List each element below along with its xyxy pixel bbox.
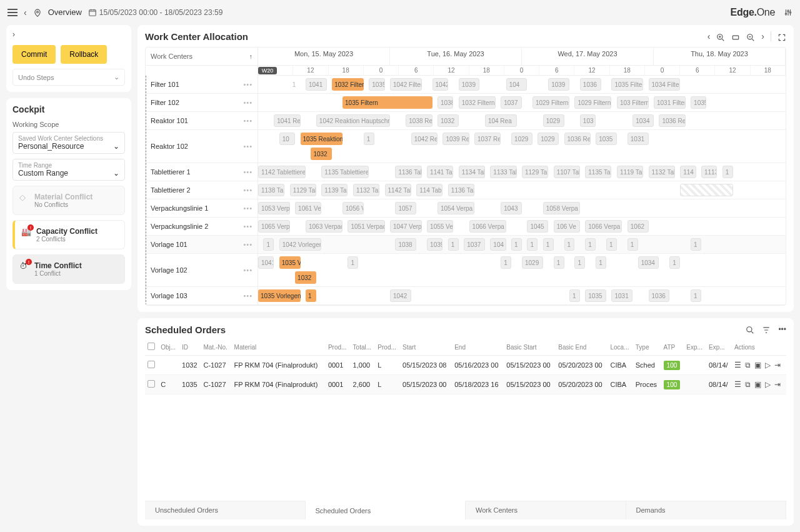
column-header[interactable]: Material (232, 339, 326, 356)
row-checkbox[interactable] (148, 380, 155, 388)
gantt-bar[interactable]: 1029 Filtern (532, 96, 569, 109)
row-checkbox[interactable] (148, 361, 155, 368)
gantt-bar[interactable]: 1 (348, 256, 358, 269)
wc-header[interactable]: Work Centers ↑ (146, 48, 258, 66)
column-header[interactable]: ATP (661, 339, 684, 356)
saved-wc-select[interactable]: Saved Work Center Selections Personal_Re… (12, 132, 125, 154)
tab-scheduled[interactable]: Scheduled Orders (306, 501, 466, 519)
work-center-cell[interactable]: Vorlage 103••• (146, 287, 258, 304)
gantt-bar[interactable]: 1051 Verpac (348, 220, 384, 233)
gantt-bar[interactable]: 1 (722, 166, 733, 178)
work-center-cell[interactable]: Filter 102••• (146, 94, 258, 111)
prev-icon[interactable]: ‹ (708, 31, 711, 41)
tab-demands[interactable]: Demands (626, 501, 787, 519)
gantt-lane[interactable]: 110411032 Filtern10351042 Filtern1042103… (258, 76, 786, 93)
gantt-bar[interactable]: 1042 (390, 289, 411, 302)
gantt-bar[interactable]: 104 (490, 238, 506, 251)
column-header[interactable]: Obj... (158, 339, 179, 356)
gantt-bar[interactable]: 1041 (258, 256, 274, 269)
column-header[interactable]: End (452, 339, 504, 356)
gantt-lane[interactable]: 1065 Verpa1063 Verpac1051 Verpac1047 Ver… (258, 218, 786, 235)
gantt-lane[interactable]: 10411035 V111029111103411032 (258, 254, 786, 286)
next-icon[interactable]: › (761, 31, 764, 41)
work-center-cell[interactable]: Reaktor 102••• (146, 130, 258, 163)
gantt-bar[interactable]: 1038 (395, 238, 416, 251)
gantt-bar[interactable]: 1029 (538, 133, 559, 145)
gantt-bar[interactable]: 1047 Verp (390, 220, 422, 233)
gantt-bar[interactable]: 1 (511, 238, 522, 251)
work-center-cell[interactable]: Reaktor 101••• (146, 112, 258, 129)
gantt-bar[interactable]: 1 (263, 238, 274, 251)
gantt-bar[interactable]: 1 (574, 256, 585, 269)
list-icon[interactable]: ☰ (734, 361, 741, 369)
work-center-cell[interactable]: Tablettierer 2••• (146, 181, 258, 199)
more-icon[interactable]: ••• (778, 325, 786, 334)
row-menu-icon[interactable]: ••• (243, 143, 252, 150)
gantt-bar[interactable]: 1042 Re (411, 133, 438, 145)
time-range-select[interactable]: Time Range Custom Range⌄ (12, 159, 125, 181)
gantt-bar[interactable]: 1043 (501, 202, 522, 214)
gantt-bar[interactable]: 1032 Filtern (459, 96, 496, 109)
gantt-bar[interactable]: 1029 (522, 256, 543, 269)
work-center-cell[interactable]: Vorlage 101••• (146, 236, 258, 253)
gantt-lane[interactable]: 101035 Reaktion H11042 Re1039 Re1037 Re1… (258, 130, 786, 163)
work-center-cell[interactable]: Vorlage 102••• (146, 254, 258, 286)
gantt-bar[interactable]: 1041 (306, 78, 327, 91)
gantt-bar[interactable]: 1 (501, 256, 511, 269)
gantt-bar[interactable]: 1032 (438, 114, 459, 127)
gantt-bar[interactable]: 1 (691, 238, 701, 251)
box-icon[interactable]: ▣ (754, 361, 761, 369)
gantt-bar[interactable]: 114 (680, 166, 696, 178)
gantt-bar[interactable]: 1031 (611, 289, 632, 302)
column-header[interactable]: Total... (351, 339, 376, 356)
column-header[interactable]: Actions (732, 339, 786, 356)
work-center-cell[interactable]: Tablettierer 1••• (146, 163, 258, 181)
gantt-bar[interactable]: 1034 (632, 114, 654, 127)
gantt-bar[interactable]: 1037 Re (474, 133, 501, 145)
gantt-lane[interactable]: 1142 Tablettieren1135 Tablettieren1136 T… (258, 163, 786, 181)
gantt-bar[interactable]: 1142 Tab (385, 184, 411, 196)
time-conflict[interactable]: ⏱! Time Conflict 1 Conflict (12, 254, 125, 284)
table-row[interactable]: 1032C-1027FP RKM 704 (Finalprodukt)00011… (145, 356, 786, 375)
gantt-bar[interactable]: 103 i (580, 114, 596, 127)
gantt-bar[interactable]: 1035 V (279, 256, 301, 269)
row-menu-icon[interactable]: ••• (243, 99, 252, 106)
gantt-bar[interactable]: 1041 Re (274, 114, 300, 127)
gantt-bar[interactable]: 1136 Tab (395, 166, 421, 178)
work-center-cell[interactable]: Verpackungslinie 2••• (146, 218, 258, 235)
gantt-bar[interactable]: 1107 Tab (554, 166, 580, 178)
gantt-bar[interactable]: 1032 Filtern (332, 78, 364, 91)
capacity-conflict[interactable]: 🏭! Capacity Conflict 2 Conflicts (12, 220, 125, 249)
gantt-bar[interactable]: 1 (364, 133, 374, 145)
gantt-lane[interactable]: 1138 Tab1129 Tab1139 Tab1132 Tab1142 Tab… (258, 181, 786, 199)
collapse-icon[interactable]: › (12, 30, 15, 39)
gantt-bar[interactable]: 1056 V (342, 202, 364, 214)
column-header[interactable]: ID (179, 339, 201, 356)
gantt-bar[interactable]: 1 (596, 256, 606, 269)
gantt-bar[interactable]: 1042 (432, 78, 448, 91)
sort-icon[interactable]: ↑ (249, 53, 253, 60)
play-icon[interactable]: ▷ (765, 361, 771, 369)
gantt-bar[interactable]: 1053 Verpa (258, 202, 290, 214)
column-header[interactable]: Prod... (326, 339, 351, 356)
tab-unscheduled[interactable]: Unscheduled Orders (145, 501, 306, 519)
gantt-bar[interactable]: 1045 (527, 220, 548, 233)
gantt-bar[interactable]: 1 (628, 238, 638, 251)
gantt-bar[interactable]: 1036 Re (659, 114, 685, 127)
gantt-bar[interactable]: 1129 Tab (290, 184, 316, 196)
gantt-bar[interactable]: 1029 (543, 114, 564, 127)
gantt-bar[interactable]: 1035 (585, 289, 606, 302)
tree-icon[interactable]: ⧉ (745, 380, 751, 389)
gantt-bar[interactable]: 1139 Tab (321, 184, 348, 196)
gantt-bar[interactable]: 1 (564, 238, 575, 251)
gantt-bar[interactable]: 1141 Tab (427, 166, 453, 178)
rollback-button[interactable]: Rollback (61, 45, 107, 64)
gantt-bar[interactable]: 1063 Verpac (306, 220, 342, 233)
gantt-bar[interactable]: 1057 (395, 202, 416, 214)
gantt-bar[interactable]: 104 Rea (485, 114, 517, 127)
settings-icon[interactable] (784, 8, 792, 18)
gantt-bar[interactable]: 114 Tabl (416, 184, 442, 196)
gantt-bar[interactable]: 1039 (459, 78, 480, 91)
column-header[interactable]: Start (400, 339, 452, 356)
gantt-bar[interactable]: 1037 (464, 238, 485, 251)
